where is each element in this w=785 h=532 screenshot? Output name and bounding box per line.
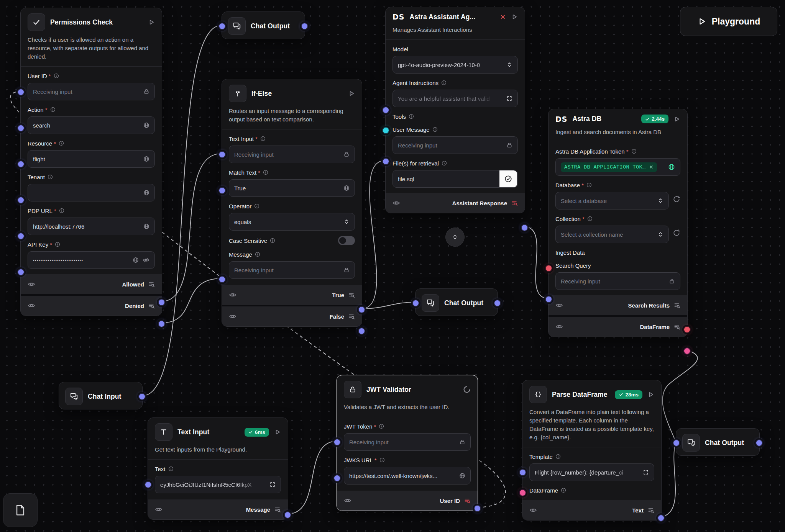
text-input-value[interactable]: eyJhbGciOiJIUzI1NiIsInR5cCI6IkpX (155, 476, 281, 493)
handle-chat-output-out[interactable] (755, 439, 763, 447)
globe-icon[interactable] (143, 122, 149, 128)
handle-api-key[interactable] (17, 268, 25, 276)
operator-select[interactable]: equals (229, 213, 355, 231)
handle-user-message[interactable] (382, 158, 389, 165)
close-icon[interactable] (500, 14, 506, 20)
node-chat-output-top[interactable]: Chat Output (222, 11, 305, 39)
refresh-icon[interactable] (673, 195, 680, 203)
node-parse-dataframe[interactable]: Parse DataFrame 28ms Convert a DataFrame… (522, 380, 662, 521)
list-search-icon[interactable] (673, 302, 680, 309)
resource-input[interactable]: flight (28, 150, 155, 168)
playground-button[interactable]: Playground (680, 7, 777, 36)
handle-message[interactable] (218, 276, 226, 283)
search-query-input[interactable]: Receiving input (555, 272, 680, 290)
token-input[interactable]: ASTRA_DB_APPLICATION_TOK… (555, 158, 680, 176)
handle-agent-instructions[interactable] (382, 106, 389, 114)
template-input[interactable]: Flight {row_number}: {departure_ci (529, 463, 654, 481)
output-row-allowed[interactable]: Allowed (21, 274, 162, 294)
node-chat-input[interactable]: Chat Input (59, 382, 143, 409)
jwt-token-input[interactable]: Receiving input (344, 433, 471, 451)
eye-icon[interactable] (555, 323, 563, 331)
handle-dataframe-out[interactable] (683, 347, 691, 355)
output-row-denied[interactable]: Denied (21, 294, 162, 316)
node-chat-output-mid[interactable]: Chat Output (415, 288, 498, 316)
handle-allowed-out[interactable] (158, 299, 165, 306)
node-permissions-check[interactable]: Permissions Check Checks if a user is al… (20, 8, 162, 316)
user-id-input[interactable]: Receiving input (28, 83, 155, 100)
eye-icon[interactable] (28, 280, 35, 288)
eye-icon[interactable] (529, 506, 537, 514)
action-input[interactable]: search (28, 116, 155, 134)
handle-chat-output-in[interactable] (673, 439, 680, 447)
globe-icon[interactable] (459, 473, 465, 479)
expand-icon[interactable] (269, 481, 276, 488)
globe-icon[interactable] (343, 185, 350, 191)
list-search-icon[interactable] (464, 497, 471, 504)
handle-true-out[interactable] (358, 306, 365, 313)
match-text-input[interactable]: True (229, 179, 355, 197)
expand-icon[interactable] (643, 469, 649, 475)
handle-action[interactable] (17, 124, 25, 132)
handle-denied-out[interactable] (158, 320, 165, 327)
expand-node-button[interactable] (445, 228, 465, 247)
handle-template[interactable] (519, 469, 526, 476)
eye-icon[interactable] (555, 301, 563, 309)
handle-user-id-out[interactable] (474, 505, 481, 512)
list-search-icon[interactable] (274, 506, 281, 513)
database-select[interactable]: Select a database (555, 192, 669, 210)
handle-user-id[interactable] (17, 88, 25, 96)
text-input-input[interactable]: Receiving input (229, 146, 355, 163)
handle-message-out[interactable] (284, 511, 291, 519)
list-search-icon[interactable] (673, 323, 680, 330)
tenant-input[interactable] (28, 184, 155, 201)
eye-icon[interactable] (155, 506, 163, 513)
handle-chat-output-in[interactable] (218, 23, 226, 30)
output-row-user-id[interactable]: User ID (337, 491, 478, 511)
list-search-icon[interactable] (511, 200, 518, 206)
output-row-message[interactable]: Message (148, 499, 288, 519)
file-confirm-button[interactable] (499, 170, 517, 187)
list-search-icon[interactable] (148, 281, 155, 288)
handle-search-query[interactable] (545, 296, 552, 303)
output-row-assistant-response[interactable]: Assistant Response (386, 193, 525, 213)
handle-dataframe-in[interactable] (519, 489, 526, 496)
play-icon[interactable] (348, 90, 355, 97)
globe-icon[interactable] (143, 223, 149, 229)
globe-icon[interactable] (668, 164, 675, 170)
handle-ingest-data[interactable] (545, 265, 552, 272)
eye-icon[interactable] (229, 313, 236, 320)
handle-tenant[interactable] (17, 196, 25, 204)
list-search-icon[interactable] (148, 302, 155, 309)
globe-icon[interactable] (133, 257, 139, 263)
node-jwt-validator[interactable]: JWT Validator Validates a JWT and extrac… (337, 375, 478, 511)
node-text-input[interactable]: Text Input 6ms Get text inputs from the … (148, 417, 288, 520)
node-chat-output-bottom[interactable]: Chat Output (676, 428, 760, 456)
handle-assistant-response-out[interactable] (521, 224, 528, 231)
jwks-url-input[interactable]: https://test.com/.well-known/jwks... (344, 467, 471, 485)
output-row-text[interactable]: Text (522, 500, 661, 520)
handle-text-out[interactable] (657, 514, 665, 522)
handle-jwks-url[interactable] (333, 475, 341, 482)
handle-chat-output-out[interactable] (494, 300, 501, 307)
expand-icon[interactable] (506, 95, 512, 101)
user-message-input[interactable]: Receiving input (392, 136, 518, 154)
eye-icon[interactable] (392, 199, 400, 207)
node-if-else[interactable]: If-Else Routes an input message to a cor… (222, 79, 362, 327)
message-input[interactable]: Receiving input (229, 261, 355, 279)
agent-instructions-input[interactable]: You are a helpful assistant that valid (392, 90, 518, 107)
close-icon[interactable] (649, 165, 654, 169)
eye-icon[interactable] (344, 497, 351, 504)
output-row-false[interactable]: False (222, 305, 362, 326)
eye-icon[interactable] (229, 291, 236, 299)
handle-chat-input-out[interactable] (138, 393, 146, 400)
handle-text[interactable] (145, 481, 152, 488)
globe-icon[interactable] (143, 190, 149, 196)
handle-jwt-token[interactable] (333, 439, 341, 446)
case-sensitive-toggle[interactable] (338, 236, 355, 245)
handle-tools[interactable] (382, 127, 389, 134)
list-search-icon[interactable] (348, 313, 355, 320)
model-select[interactable]: gpt-4o-audio-preview-2024-10-0 (392, 56, 518, 74)
list-search-icon[interactable] (348, 291, 355, 298)
output-row-dataframe[interactable]: DataFrame (549, 315, 687, 337)
play-icon[interactable] (274, 429, 281, 435)
